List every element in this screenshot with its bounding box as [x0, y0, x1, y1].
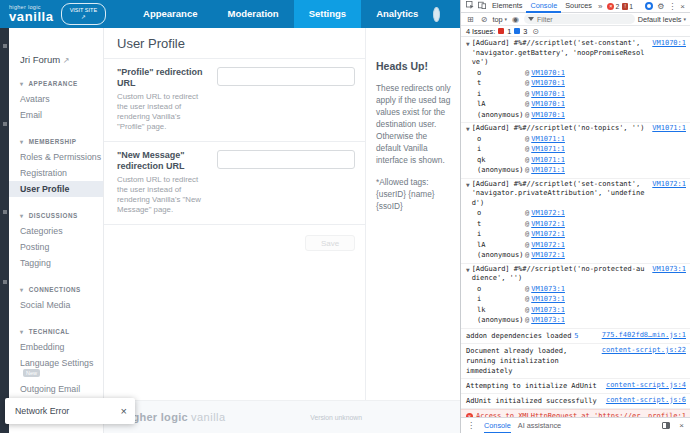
devtools-update-icon[interactable] [645, 2, 653, 10]
source-link[interactable]: VM1072:1 [652, 180, 686, 190]
source-link[interactable]: VM1070:1 [652, 39, 686, 49]
console-error-cors: × Access to XMLHttpRequest at 'https://e… [461, 409, 690, 418]
dock-side-icon[interactable] [662, 422, 670, 429]
profile-redirect-url-input[interactable] [217, 67, 355, 86]
issue-severity-red-icon [498, 28, 504, 34]
source-link[interactable]: content-script.js:22 [602, 346, 686, 356]
chevron-down-icon: ▾ [20, 81, 24, 87]
source-link[interactable]: VM1072:1 [531, 229, 565, 240]
source-link[interactable]: VM1070:1 [531, 99, 565, 110]
log-text: Document already loaded, running initial… [466, 346, 596, 376]
source-link[interactable]: VM1073:1 [531, 315, 565, 326]
gear-icon[interactable]: ⚙ [655, 0, 666, 13]
sidebar-item-email[interactable]: Email [15, 107, 103, 123]
drawer-tab-ai-assistance[interactable]: AI assistance [518, 418, 561, 433]
filter-input[interactable] [537, 16, 631, 23]
source-link[interactable]: VM1071:1 [531, 155, 565, 166]
sidebar-item-language-settings[interactable]: Language SettingsNew [15, 355, 103, 381]
sidebar-item-embedding[interactable]: Embedding [15, 339, 103, 355]
collapse-toggle-icon[interactable]: ▼ [466, 124, 470, 134]
sidebar-item-registration[interactable]: Registration [15, 165, 103, 181]
source-link[interactable]: VM1071:1 [531, 134, 565, 145]
tab-appearance[interactable]: Appearance [128, 0, 212, 28]
devtools-tab-sources[interactable]: Sources [561, 0, 596, 13]
new-message-redirect-url-input[interactable] [217, 150, 355, 169]
source-link[interactable]: VM1073:1 [531, 305, 565, 316]
source-link[interactable]: VM1072:1 [531, 240, 565, 251]
sidebar-item-avatars[interactable]: Avatars [15, 91, 103, 107]
vanilla-logo[interactable]: higher logic vanilla [9, 5, 54, 24]
close-icon[interactable]: × [121, 405, 127, 417]
tab-settings[interactable]: Settings [294, 0, 361, 28]
sidebar-item-tagging[interactable]: Tagging [15, 255, 103, 271]
source-link[interactable]: VM1070:1 [531, 68, 565, 79]
stack-frame: o@VM1070:1 [466, 68, 686, 79]
issue-count-badge[interactable]: ! 1 [622, 3, 633, 10]
collapse-toggle-icon[interactable]: ▼ [466, 180, 470, 190]
source-link[interactable]: content-script.js:4 [606, 381, 686, 391]
devtools-tab-elements[interactable]: Elements [488, 0, 526, 13]
collapse-toggle-icon[interactable]: ▼ [466, 265, 470, 275]
source-link[interactable]: VM1072:1 [531, 250, 565, 261]
drawer-tab-console[interactable]: Console [484, 418, 511, 433]
sidebar-item-social-media[interactable]: Social Media [15, 297, 103, 313]
chevron-down-icon: ▾ [683, 16, 686, 22]
issues-settings-icon[interactable]: ⊙ [530, 25, 541, 38]
source-link[interactable]: VM1071:1 [531, 165, 565, 176]
visit-site-button[interactable]: VISIT SITE ↗ [61, 3, 106, 25]
error-count-badge[interactable]: × 2 [607, 3, 619, 10]
console-log: addon dependencies loaded5 775.f402fd8…m… [461, 329, 690, 344]
live-expression-eye-icon[interactable]: ◉ [510, 13, 521, 26]
execution-context-selector[interactable]: top ▾ [492, 15, 507, 24]
sidebar-item-user-profile[interactable]: User Profile [9, 181, 103, 197]
sidebar-section-technical[interactable]: ▾ TECHNICAL [20, 328, 103, 335]
inspect-element-icon[interactable] [464, 0, 476, 13]
version-label: Version unknown [310, 414, 362, 421]
source-link[interactable]: VM1070:1 [531, 110, 565, 121]
kebab-menu-icon[interactable]: ⋮ [465, 419, 477, 432]
issues-bar[interactable]: 4 Issues: 1 3 ⊙ [461, 26, 690, 37]
source-link[interactable]: VM1070:1 [531, 78, 565, 89]
source-link[interactable]: 775.f402fd8…min.js:1 [602, 331, 686, 341]
sidebar-section-membership[interactable]: ▾ MEMBERSHIP [20, 138, 103, 145]
user-avatar[interactable] [433, 7, 440, 22]
sidebar-section-appearance[interactable]: ▾ APPEARANCE [20, 80, 103, 87]
source-link[interactable]: VM1073:1 [531, 284, 565, 295]
source-link[interactable]: VM1073:1 [652, 265, 686, 275]
devtools-tab-console[interactable]: Console [526, 0, 561, 13]
stack-frame: i@VM1072:1 [466, 229, 686, 240]
kebab-menu-icon[interactable]: ⋮ [666, 0, 678, 13]
sidebar-item-roles-permissions[interactable]: Roles & Permissions [15, 149, 103, 165]
stack-frame: o@VM1072:1 [466, 208, 686, 219]
source-link[interactable]: VM1072:1 [531, 208, 565, 219]
sidebar-item-outgoing-email[interactable]: Outgoing Email [15, 381, 103, 397]
field-description: Custom URL to redirect the user instead … [117, 92, 209, 132]
console-sidebar-icon[interactable]: ⊞ [465, 13, 476, 26]
device-toolbar-icon[interactable] [476, 0, 488, 13]
tab-analytics[interactable]: Analytics [361, 0, 433, 28]
log-levels-dropdown[interactable]: Default levels ▾ [638, 15, 686, 24]
close-drawer-icon[interactable]: × [677, 419, 686, 432]
log-text: addon dependencies loaded5 [466, 331, 596, 341]
more-tabs-icon[interactable]: » [596, 0, 604, 13]
clear-console-icon[interactable]: ⊘ [479, 13, 490, 26]
log-number: 5 [574, 332, 578, 340]
source-link[interactable]: VM1071:1 [531, 144, 565, 155]
source-link[interactable]: content-script.js:6 [606, 396, 686, 406]
forum-link[interactable]: Jri Forum ↗ [20, 54, 103, 65]
close-devtools-icon[interactable]: × [678, 0, 687, 13]
log-text: [AdGuard] #%#//scriptlet('no-protected-a… [472, 265, 647, 284]
form-row-new-message-url: "New Message" redirection URL Custom URL… [104, 142, 365, 225]
sidebar-item-categories[interactable]: Categories [15, 223, 103, 239]
source-link[interactable]: VM1070:1 [531, 89, 565, 100]
log-text: [AdGuard] #%#//scriptlet('no-topics', ''… [472, 124, 647, 134]
source-link[interactable]: VM1072:1 [531, 219, 565, 230]
collapse-toggle-icon[interactable]: ▼ [466, 39, 470, 49]
save-button[interactable]: Save [305, 235, 355, 251]
sidebar-section-connections[interactable]: ▾ CONNECTIONS [20, 286, 103, 293]
sidebar-item-posting[interactable]: Posting [15, 239, 103, 255]
tab-moderation[interactable]: Moderation [212, 0, 293, 28]
source-link[interactable]: VM1073:1 [531, 294, 565, 305]
source-link[interactable]: VM1071:1 [652, 124, 686, 134]
sidebar-section-discussions[interactable]: ▾ DISCUSSIONS [20, 212, 103, 219]
